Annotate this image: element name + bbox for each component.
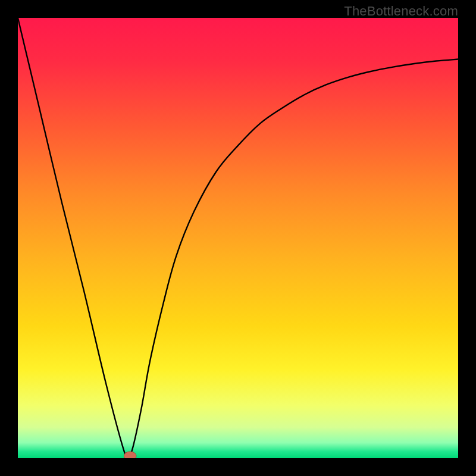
gradient-background	[18, 18, 458, 458]
chart-frame: TheBottleneck.com	[0, 0, 476, 476]
plot-area	[18, 18, 458, 458]
optimum-marker	[124, 452, 136, 458]
chart-svg	[18, 18, 458, 458]
watermark-text: TheBottleneck.com	[344, 4, 458, 19]
